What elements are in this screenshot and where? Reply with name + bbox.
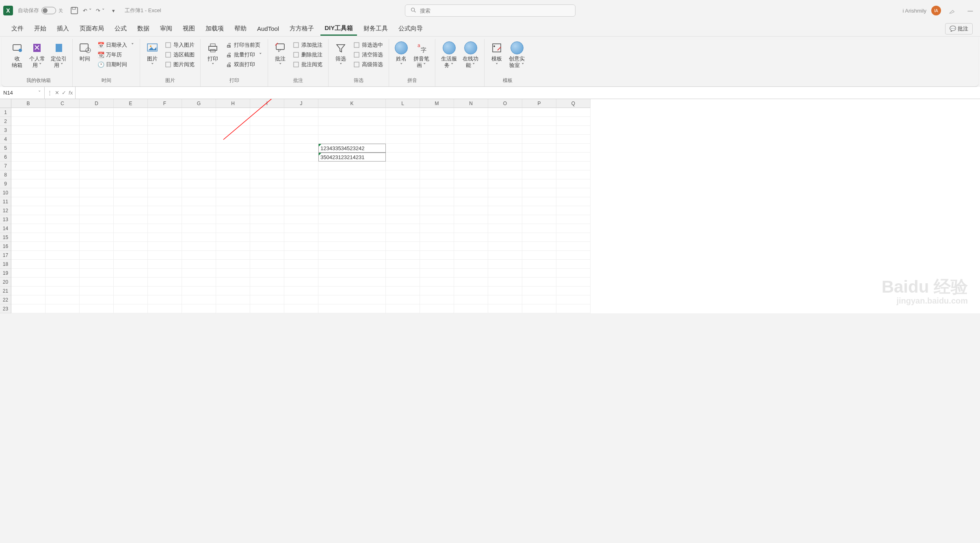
cell-Q7[interactable] <box>556 162 591 170</box>
cell-K7[interactable] <box>318 162 386 170</box>
cell-F1[interactable] <box>148 108 182 117</box>
cell-N7[interactable] <box>454 162 488 170</box>
cell-Q19[interactable] <box>556 269 591 278</box>
cell-L4[interactable] <box>386 135 420 144</box>
cell-D14[interactable] <box>80 224 114 233</box>
cell-M21[interactable] <box>420 287 454 295</box>
cell-H3[interactable] <box>216 126 250 135</box>
cell-E22[interactable] <box>114 295 148 304</box>
cell-E7[interactable] <box>114 162 148 170</box>
cell-E19[interactable] <box>114 269 148 278</box>
mic-icon[interactable] <box>948 6 957 15</box>
cell-L18[interactable] <box>386 260 420 269</box>
cell-Q23[interactable] <box>556 304 591 313</box>
cell-D7[interactable] <box>80 162 114 170</box>
cell-L11[interactable] <box>386 197 420 206</box>
row-header[interactable]: 9 <box>0 179 11 188</box>
cell-F19[interactable] <box>148 269 182 278</box>
cell-C13[interactable] <box>45 215 80 224</box>
search-box[interactable] <box>405 4 575 17</box>
cell-O14[interactable] <box>488 224 522 233</box>
cell-C2[interactable] <box>45 117 80 126</box>
cell-H13[interactable] <box>216 215 250 224</box>
cell-G23[interactable] <box>182 304 216 313</box>
cell-I5[interactable] <box>250 144 284 153</box>
cell-D6[interactable] <box>80 153 114 162</box>
cell-H5[interactable] <box>216 144 250 153</box>
print-current-button[interactable]: 🖨打印当前页 <box>223 41 264 50</box>
undo-icon[interactable]: ↶ ˅ <box>82 6 92 15</box>
row-header[interactable]: 18 <box>0 260 11 269</box>
row-header[interactable]: 13 <box>0 215 11 224</box>
cell-O23[interactable] <box>488 304 522 313</box>
cell-I19[interactable] <box>250 269 284 278</box>
cell-F17[interactable] <box>148 251 182 260</box>
name-box[interactable]: N14 ˅ <box>0 87 45 99</box>
row-header[interactable]: 23 <box>0 304 11 313</box>
cell-B13[interactable] <box>11 215 45 224</box>
cell-F10[interactable] <box>148 188 182 197</box>
cell-M4[interactable] <box>420 135 454 144</box>
cell-E6[interactable] <box>114 153 148 162</box>
cell-C16[interactable] <box>45 242 80 251</box>
cell-I16[interactable] <box>250 242 284 251</box>
cell-M7[interactable] <box>420 162 454 170</box>
datetime-button[interactable]: 🕐日期时间 <box>95 60 136 69</box>
cell-H23[interactable] <box>216 304 250 313</box>
cell-M2[interactable] <box>420 117 454 126</box>
tab-view[interactable]: 视图 <box>179 22 199 35</box>
cell-G2[interactable] <box>182 117 216 126</box>
cell-J12[interactable] <box>284 206 318 215</box>
cell-B23[interactable] <box>11 304 45 313</box>
fx-icon[interactable]: fx <box>69 90 73 96</box>
cell-K19[interactable] <box>318 269 386 278</box>
cell-M8[interactable] <box>420 170 454 179</box>
cell-C7[interactable] <box>45 162 80 170</box>
cell-K11[interactable] <box>318 197 386 206</box>
cell-C19[interactable] <box>45 269 80 278</box>
cell-F22[interactable] <box>148 295 182 304</box>
print-button[interactable]: 打印˅ <box>205 41 221 70</box>
cell-Q21[interactable] <box>556 287 591 295</box>
cell-M13[interactable] <box>420 215 454 224</box>
row-header[interactable]: 19 <box>0 269 11 278</box>
cell-H10[interactable] <box>216 188 250 197</box>
cell-Q22[interactable] <box>556 295 591 304</box>
cell-J8[interactable] <box>284 170 318 179</box>
cell-C12[interactable] <box>45 206 80 215</box>
cell-D9[interactable] <box>80 179 114 188</box>
cell-O5[interactable] <box>488 144 522 153</box>
cell-J6[interactable] <box>284 153 318 162</box>
cell-L14[interactable] <box>386 224 420 233</box>
cell-N13[interactable] <box>454 215 488 224</box>
cell-D21[interactable] <box>80 287 114 295</box>
cell-P11[interactable] <box>522 197 556 206</box>
cell-J20[interactable] <box>284 278 318 287</box>
column-header[interactable]: J <box>284 99 318 108</box>
cell-F2[interactable] <box>148 117 182 126</box>
cell-F4[interactable] <box>148 135 182 144</box>
cell-C20[interactable] <box>45 278 80 287</box>
cell-J18[interactable] <box>284 260 318 269</box>
cell-G20[interactable] <box>182 278 216 287</box>
cell-L17[interactable] <box>386 251 420 260</box>
cell-D8[interactable] <box>80 170 114 179</box>
cell-N21[interactable] <box>454 287 488 295</box>
cell-I10[interactable] <box>250 188 284 197</box>
cell-F15[interactable] <box>148 233 182 242</box>
cell-L9[interactable] <box>386 179 420 188</box>
locate-ref-button[interactable]: 定位引用 ˅ <box>49 41 68 70</box>
cell-K13[interactable] <box>318 215 386 224</box>
cell-J4[interactable] <box>284 135 318 144</box>
cell-K12[interactable] <box>318 206 386 215</box>
cell-H9[interactable] <box>216 179 250 188</box>
cell-C14[interactable] <box>45 224 80 233</box>
cell-I11[interactable] <box>250 197 284 206</box>
cell-J23[interactable] <box>284 304 318 313</box>
cell-K6[interactable]: 350423123214231 <box>318 153 386 162</box>
import-pic-button[interactable]: 导入图片 <box>163 41 196 50</box>
cell-E10[interactable] <box>114 188 148 197</box>
row-header[interactable]: 17 <box>0 251 11 260</box>
cell-I8[interactable] <box>250 170 284 179</box>
cell-J22[interactable] <box>284 295 318 304</box>
